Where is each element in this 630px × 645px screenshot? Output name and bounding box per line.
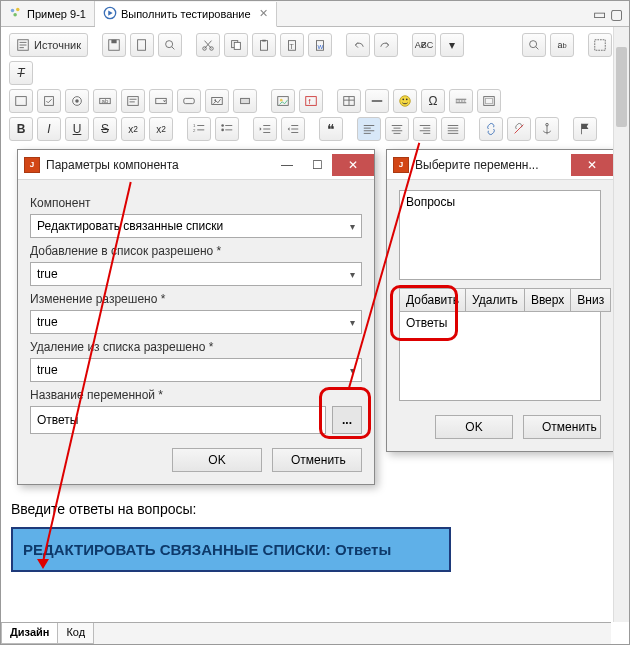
chevron-down-icon: ▾ <box>350 365 355 376</box>
preview-icon[interactable] <box>158 33 182 57</box>
radio-icon[interactable] <box>65 89 89 113</box>
numbered-list-icon[interactable]: 12 <box>187 117 211 141</box>
maximize-button[interactable]: ☐ <box>302 154 332 176</box>
link-icon[interactable] <box>479 117 503 141</box>
add-button[interactable]: Добавить <box>399 288 466 312</box>
delete-button[interactable]: Удалить <box>466 288 525 312</box>
save-icon[interactable] <box>102 33 126 57</box>
select-icon[interactable] <box>149 89 173 113</box>
align-left-icon[interactable] <box>357 117 381 141</box>
cut-icon[interactable] <box>196 33 220 57</box>
combo-remove-allowed[interactable]: true▾ <box>30 358 362 382</box>
superscript-icon[interactable]: x2 <box>149 117 173 141</box>
iframe-icon[interactable] <box>477 89 501 113</box>
tab-close-icon[interactable]: ✕ <box>259 7 268 20</box>
anchor-icon[interactable] <box>535 117 559 141</box>
list-item[interactable]: Вопросы <box>406 195 594 209</box>
strike-icon[interactable]: S <box>93 117 117 141</box>
image-icon[interactable] <box>271 89 295 113</box>
editor-tabs: Пример 9-1 Выполнить тестирование ✕ ▭ ▢ <box>1 1 629 27</box>
tab-palette-icon <box>9 6 23 22</box>
close-button[interactable]: ✕ <box>571 154 613 176</box>
paste-text-icon[interactable]: T <box>280 33 304 57</box>
blockquote-icon[interactable]: ❝ <box>319 117 343 141</box>
combo-add-allowed[interactable]: true▾ <box>30 262 362 286</box>
textarea-icon[interactable] <box>121 89 145 113</box>
svg-rect-35 <box>306 97 317 106</box>
subscript-icon[interactable]: x2 <box>121 117 145 141</box>
button-icon[interactable] <box>177 89 201 113</box>
textfield-icon[interactable]: ab <box>93 89 117 113</box>
svg-rect-29 <box>184 98 195 103</box>
bold-icon[interactable]: B <box>9 117 33 141</box>
new-page-icon[interactable] <box>130 33 154 57</box>
undo-icon[interactable] <box>346 33 370 57</box>
label-remove-allowed: Удаление из списка разрешено * <box>30 340 362 354</box>
form-icon[interactable] <box>9 89 33 113</box>
ok-button[interactable]: OK <box>435 415 513 439</box>
spellcheck-icon[interactable]: ABC✓ <box>412 33 436 57</box>
cancel-button[interactable]: Отменить <box>272 448 362 472</box>
align-right-icon[interactable] <box>413 117 437 141</box>
tab-design[interactable]: Дизайн <box>1 623 58 644</box>
hr-icon[interactable] <box>365 89 389 113</box>
underline-icon[interactable]: U <box>65 117 89 141</box>
copy-icon[interactable] <box>224 33 248 57</box>
special-char-icon[interactable]: Ω <box>421 89 445 113</box>
browse-button[interactable]: ... <box>332 406 362 434</box>
replace-icon[interactable]: ab <box>550 33 574 57</box>
chevron-down-icon: ▾ <box>350 317 355 328</box>
svg-point-24 <box>75 99 79 103</box>
align-justify-icon[interactable] <box>441 117 465 141</box>
dialog-titlebar[interactable]: J Выберите переменн... ✕ <box>387 150 613 180</box>
cancel-button[interactable]: Отменить <box>523 415 601 439</box>
select-all-icon[interactable] <box>588 33 612 57</box>
minimize-button[interactable]: — <box>272 154 302 176</box>
flag-icon[interactable] <box>573 117 597 141</box>
source-button[interactable]: Источник <box>9 33 88 57</box>
svg-rect-27 <box>128 97 139 106</box>
svg-point-34 <box>280 99 283 102</box>
up-button[interactable]: Вверх <box>525 288 571 312</box>
tab-code[interactable]: Код <box>57 623 94 644</box>
align-center-icon[interactable] <box>385 117 409 141</box>
italic-icon[interactable]: I <box>37 117 61 141</box>
tab-example[interactable]: Пример 9-1 <box>1 1 95 26</box>
select-variable-dialog: J Выберите переменн... ✕ Вопросы Добавит… <box>386 149 614 452</box>
input-var-name[interactable]: Ответы <box>30 406 326 434</box>
remove-format-icon[interactable]: T <box>9 61 33 85</box>
pagebreak-icon[interactable] <box>449 89 473 113</box>
vertical-scrollbar[interactable] <box>613 27 629 622</box>
scrollbar-thumb[interactable] <box>616 47 627 127</box>
flash-icon[interactable]: f <box>299 89 323 113</box>
table-icon[interactable] <box>337 89 361 113</box>
close-button[interactable]: ✕ <box>332 154 374 176</box>
maximize-icon[interactable]: ▢ <box>610 6 623 22</box>
outdent-icon[interactable] <box>253 117 277 141</box>
tab-label: Выполнить тестирование <box>121 8 251 20</box>
paste-icon[interactable] <box>252 33 276 57</box>
find-icon[interactable] <box>522 33 546 57</box>
dropdown-icon[interactable]: ▾ <box>440 33 464 57</box>
dialog-title: Параметры компонента <box>46 158 272 172</box>
down-button[interactable]: Вниз <box>571 288 611 312</box>
list-item[interactable]: Ответы <box>406 316 594 330</box>
smiley-icon[interactable] <box>393 89 417 113</box>
unlink-icon[interactable] <box>507 117 531 141</box>
paste-word-icon[interactable]: W <box>308 33 332 57</box>
tab-testing[interactable]: Выполнить тестирование ✕ <box>95 2 277 27</box>
minimize-icon[interactable]: ▭ <box>593 6 606 22</box>
indent-icon[interactable] <box>281 117 305 141</box>
component-banner[interactable]: РЕДАКТИРОВАТЬ СВЯЗАННЫЕ СПИСКИ: Ответы <box>11 527 451 572</box>
combo-component[interactable]: Редактировать связанные списки▾ <box>30 214 362 238</box>
target-list[interactable]: Ответы <box>399 311 601 401</box>
redo-icon[interactable] <box>374 33 398 57</box>
image-button-icon[interactable] <box>205 89 229 113</box>
source-list[interactable]: Вопросы <box>399 190 601 280</box>
ok-button[interactable]: OK <box>172 448 262 472</box>
hidden-field-icon[interactable] <box>233 89 257 113</box>
bullet-list-icon[interactable] <box>215 117 239 141</box>
dialog-titlebar[interactable]: J Параметры компонента — ☐ ✕ <box>18 150 374 180</box>
checkbox-icon[interactable] <box>37 89 61 113</box>
combo-edit-allowed[interactable]: true▾ <box>30 310 362 334</box>
